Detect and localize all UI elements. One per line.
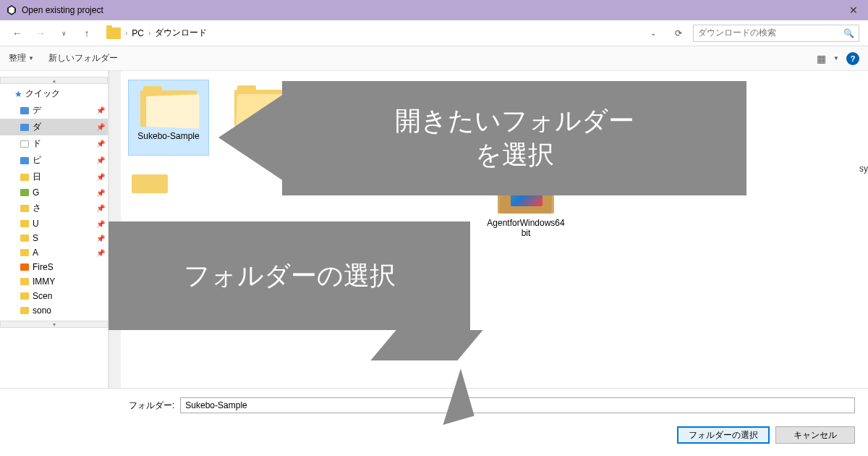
- sidebar-item[interactable]: A📌: [0, 245, 108, 260]
- nav-bar: ← → ∨ ↑ › PC › ダウンロード ⌄ ⟳ ダウンロードの検索 🔍: [0, 20, 868, 46]
- pin-icon: 📌: [96, 189, 105, 197]
- sidebar-item-label: ダ: [33, 121, 41, 133]
- folder-item[interactable]: [378, 167, 472, 243]
- search-input[interactable]: ダウンロードの検索 🔍: [693, 25, 859, 42]
- breadcrumb-folder[interactable]: ダウンロード: [155, 27, 207, 39]
- folder-icon: [140, 85, 197, 127]
- cancel-button[interactable]: キャンセル: [775, 426, 855, 444]
- forward-icon: →: [32, 25, 49, 42]
- folder-icon: [106, 28, 121, 39]
- select-folder-button[interactable]: フォルダーの選択: [677, 426, 770, 444]
- sidebar-item-label: sono: [33, 305, 51, 316]
- pin-icon: 📌: [96, 204, 105, 212]
- sidebar-item[interactable]: さ📌: [0, 200, 108, 216]
- folder-icon: [234, 84, 291, 126]
- chevron-right-icon: ›: [125, 29, 127, 37]
- folder-label: ハロウィ プ: [239, 130, 285, 140]
- sidebar-item[interactable]: デ📌: [0, 102, 108, 119]
- view-icon[interactable]: ▦: [817, 53, 826, 64]
- pin-icon: 📌: [96, 220, 105, 228]
- chevron-down-icon[interactable]: ▼: [833, 55, 839, 62]
- sidebar-scrollbar[interactable]: [109, 71, 121, 388]
- sidebar-item[interactable]: U📌: [0, 216, 108, 231]
- folder-label: チッ: [326, 130, 343, 140]
- pin-icon: 📌: [96, 156, 105, 164]
- folder-item[interactable]: AgentforWindows64bit: [485, 167, 566, 243]
- sidebar-item-label: ド: [33, 138, 41, 150]
- window-title: Open existing project: [22, 5, 103, 15]
- title-bar: Open existing project ✕: [0, 0, 868, 20]
- sidebar-item-label: ピ: [33, 154, 41, 166]
- folder-icon: [20, 157, 29, 164]
- new-folder-button[interactable]: 新しいフォルダー: [48, 52, 118, 64]
- sidebar-item[interactable]: G📌: [0, 185, 108, 200]
- pin-icon: 📌: [96, 249, 105, 257]
- folder-item[interactable]: グラフィ 用32×3: [365, 80, 416, 156]
- folder-icon: [20, 205, 29, 212]
- scroll-down-icon[interactable]: ▾: [0, 321, 108, 328]
- chevron-down-icon[interactable]: ⌄: [650, 29, 656, 37]
- sidebar-item[interactable]: ド📌: [0, 135, 108, 152]
- sidebar-item[interactable]: IMMY: [0, 274, 108, 289]
- up-icon[interactable]: ↑: [78, 25, 95, 42]
- sidebar-item-label: IMMY: [33, 276, 55, 287]
- quick-access-label: クイック: [25, 88, 60, 100]
- sidebar-item-label: G: [33, 187, 39, 198]
- pin-icon: 📌: [96, 123, 105, 131]
- folder-icon: [373, 84, 409, 126]
- folder-icon: [20, 278, 29, 285]
- sidebar-item[interactable]: ダ📌: [0, 119, 108, 135]
- sidebar-item-label: U: [33, 219, 39, 229]
- recent-dropdown-icon[interactable]: ∨: [55, 25, 72, 42]
- folder-icon: [132, 172, 168, 193]
- folder-icon: [20, 107, 29, 114]
- sidebar-item[interactable]: ピ📌: [0, 152, 108, 169]
- sidebar-item-label: Scen: [33, 291, 52, 301]
- search-icon: 🔍: [843, 28, 854, 38]
- box-icon: [498, 172, 554, 214]
- folder-field-label: フォルダー:: [129, 400, 174, 412]
- folder-icon: [20, 174, 29, 181]
- folder-icon: [20, 249, 29, 256]
- folder-label: グラフィ 用32×3: [367, 130, 414, 151]
- partial-folder-label: sy: [859, 164, 868, 174]
- folder-icon: [320, 84, 349, 126]
- back-icon[interactable]: ←: [9, 25, 26, 42]
- sidebar-item[interactable]: sono: [0, 303, 108, 318]
- sidebar-quick-access[interactable]: ★ クイック: [0, 85, 108, 102]
- folder-name-input[interactable]: [180, 397, 855, 413]
- folder-item[interactable]: チッ: [316, 80, 352, 156]
- organize-label: 整理: [9, 52, 26, 64]
- sidebar-item-label: 日: [33, 171, 41, 183]
- sidebar-item-label: さ: [33, 202, 41, 214]
- folder-icon: [20, 124, 29, 131]
- pin-icon: 📌: [96, 173, 105, 181]
- folder-item[interactable]: ハロウィ プ: [222, 80, 303, 156]
- scroll-up-icon[interactable]: ▴: [0, 77, 108, 84]
- main-area: ▴ ★ クイック デ📌 ダ📌 ド📌 ピ📌 日📌 G📌 さ📌 U📌 S📌 A📌 F…: [0, 71, 868, 388]
- breadcrumb-root[interactable]: PC: [132, 28, 144, 38]
- folder-name-row: フォルダー:: [129, 397, 855, 413]
- help-icon[interactable]: ?: [846, 52, 859, 65]
- folder-item[interactable]: Sukebo-Sample: [128, 80, 209, 156]
- search-placeholder: ダウンロードの検索: [698, 27, 776, 39]
- file-grid: Sukebo-Sample ハロウィ プ チッ グラフィ 用32×3 Agent…: [121, 71, 868, 388]
- new-folder-label: 新しいフォルダー: [48, 52, 118, 64]
- chevron-down-icon: ▼: [28, 55, 34, 62]
- toolbar: 整理 ▼ 新しいフォルダー ▦ ▼ ?: [0, 46, 868, 71]
- organize-button[interactable]: 整理 ▼: [9, 52, 34, 64]
- refresh-icon[interactable]: ⟳: [670, 28, 687, 38]
- folder-icon: [20, 235, 29, 242]
- sidebar-item[interactable]: FireS: [0, 260, 108, 274]
- close-icon[interactable]: ✕: [845, 4, 862, 16]
- sidebar-item[interactable]: Scen: [0, 289, 108, 303]
- folder-item[interactable]: [128, 167, 171, 243]
- sidebar-item[interactable]: S📌: [0, 231, 108, 245]
- sidebar: ▴ ★ クイック デ📌 ダ📌 ド📌 ピ📌 日📌 G📌 さ📌 U📌 S📌 A📌 F…: [0, 71, 109, 388]
- title-bar-left: Open existing project: [6, 4, 103, 16]
- folder-item[interactable]: [184, 167, 365, 243]
- breadcrumb[interactable]: › PC › ダウンロード ⌄: [101, 25, 664, 41]
- chevron-right-icon: ›: [148, 29, 150, 37]
- sidebar-item-label: デ: [33, 104, 41, 117]
- sidebar-item[interactable]: 日📌: [0, 169, 108, 185]
